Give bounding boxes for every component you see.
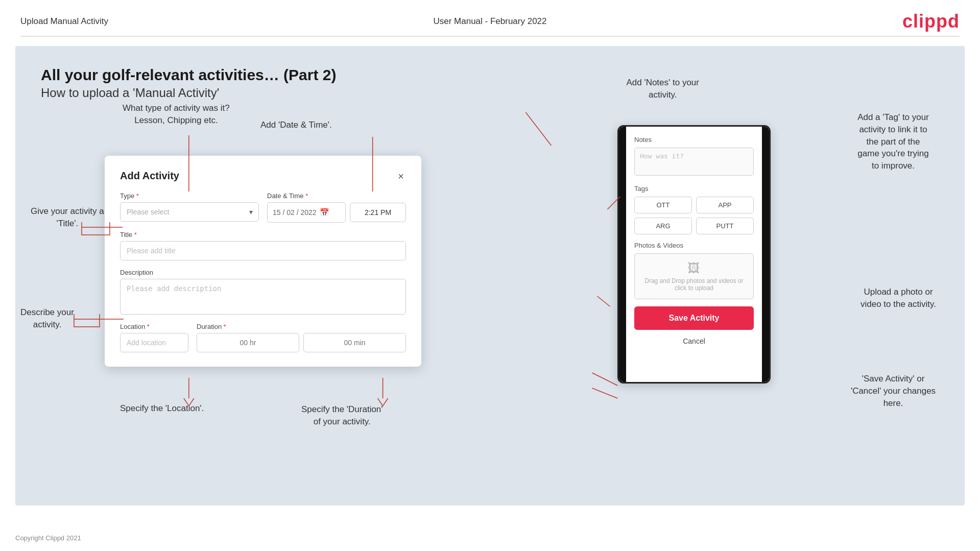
calendar-icon: 📅 <box>320 208 329 217</box>
location-label: Location * <box>120 323 188 330</box>
annotation-what-type: What type of activity was it? Lesson, Ch… <box>123 102 230 127</box>
datetime-group: Date & Time * 15 / 02 / 2022 📅 2:21 PM <box>267 192 406 223</box>
duration-hours-input[interactable] <box>197 333 299 352</box>
add-activity-modal: Add Activity × Type * Please select ▾ Da… <box>105 156 421 367</box>
phone-right-bar <box>762 127 769 382</box>
divider <box>20 36 960 37</box>
tags-section: Tags OTT APP ARG PUTT <box>634 185 754 234</box>
time-input[interactable]: 2:21 PM <box>350 203 406 222</box>
photos-drop-text: Drag and Drop photos and videos or click… <box>640 277 748 292</box>
modal-title: Add Activity <box>120 170 179 182</box>
date-time-row: 15 / 02 / 2022 📅 2:21 PM <box>267 202 406 223</box>
description-group: Description <box>120 269 406 315</box>
svg-line-12 <box>597 296 610 306</box>
top-bar: Upload Manual Activity User Manual - Feb… <box>0 0 980 36</box>
modal-header: Add Activity × <box>120 170 406 182</box>
photos-section: Photos & Videos 🖼 Drag and Drop photos a… <box>634 242 754 299</box>
type-datetime-row: Type * Please select ▾ Date & Time * 15 … <box>120 192 406 223</box>
annotation-upload: Upload a photo or video to the activity. <box>837 286 960 310</box>
title-label: Title * <box>120 231 406 238</box>
duration-label: Duration * <box>197 323 406 330</box>
tags-section-label: Tags <box>634 185 754 193</box>
svg-line-14 <box>592 388 617 398</box>
tag-ott[interactable]: OTT <box>634 197 692 213</box>
phone-inner: Notes Tags OTT APP ARG PUTT Photos & Vid… <box>626 127 762 382</box>
duration-group: Duration * <box>197 323 406 352</box>
notes-section-label: Notes <box>634 136 754 143</box>
annotation-describe: Describe your activity. <box>20 306 74 331</box>
tags-grid: OTT APP ARG PUTT <box>634 197 754 234</box>
svg-line-10 <box>525 112 551 146</box>
save-activity-button[interactable]: Save Activity <box>634 306 754 330</box>
photos-label: Photos & Videos <box>634 242 754 249</box>
location-duration-row: Location * Duration * <box>120 323 406 352</box>
type-select-wrapper: Please select ▾ <box>120 202 259 222</box>
duration-inputs <box>197 333 406 352</box>
annotation-title: Give your activity a 'Title'. <box>31 205 104 230</box>
title-input[interactable] <box>120 241 406 260</box>
copyright: Copyright Clippd 2021 <box>15 534 81 542</box>
notes-textarea[interactable] <box>634 148 754 176</box>
main-content: All your golf-relevant activities… (Part… <box>15 46 965 506</box>
logo: clippd <box>902 11 960 32</box>
description-textarea[interactable] <box>120 279 406 315</box>
heading-main: All your golf-relevant activities… (Part… <box>41 66 939 84</box>
type-select[interactable]: Please select <box>120 202 259 222</box>
annotation-date-time: Add 'Date & Time'. <box>260 120 332 130</box>
annotation-tag: Add a 'Tag' to your activity to link it … <box>827 111 960 172</box>
tag-app[interactable]: APP <box>696 197 754 213</box>
phone-mockup: Notes Tags OTT APP ARG PUTT Photos & Vid… <box>617 125 771 384</box>
type-group: Type * Please select ▾ <box>120 192 259 223</box>
image-icon: 🖼 <box>640 261 748 275</box>
date-value: 15 / 02 / 2022 <box>273 208 317 217</box>
phone-left-bar <box>619 127 626 382</box>
section-heading: All your golf-relevant activities… (Part… <box>41 66 939 100</box>
manual-title: User Manual - February 2022 <box>433 16 546 27</box>
photos-drop-zone[interactable]: 🖼 Drag and Drop photos and videos or cli… <box>634 253 754 299</box>
date-input[interactable]: 15 / 02 / 2022 📅 <box>267 202 346 223</box>
cancel-button[interactable]: Cancel <box>634 335 754 347</box>
location-group: Location * <box>120 323 188 352</box>
annotation-location: Specify the 'Location'. <box>120 403 204 414</box>
annotation-save: 'Save Activity' or 'Cancel' your changes… <box>827 373 960 409</box>
datetime-label: Date & Time * <box>267 192 406 200</box>
description-label: Description <box>120 269 406 276</box>
svg-line-13 <box>592 373 617 386</box>
duration-minutes-input[interactable] <box>303 333 406 352</box>
modal-close-button[interactable]: × <box>396 171 406 181</box>
annotation-duration: Specify the 'Duration' of your activity. <box>301 403 383 428</box>
tag-arg[interactable]: ARG <box>634 218 692 234</box>
type-label: Type * <box>120 192 259 200</box>
location-input[interactable] <box>120 333 188 352</box>
page-title: Upload Manual Activity <box>20 16 108 27</box>
title-group: Title * <box>120 231 406 260</box>
heading-sub: How to upload a 'Manual Activity' <box>41 86 939 100</box>
annotation-notes: Add 'Notes' to your activity. <box>626 77 699 101</box>
tag-putt[interactable]: PUTT <box>696 218 754 234</box>
